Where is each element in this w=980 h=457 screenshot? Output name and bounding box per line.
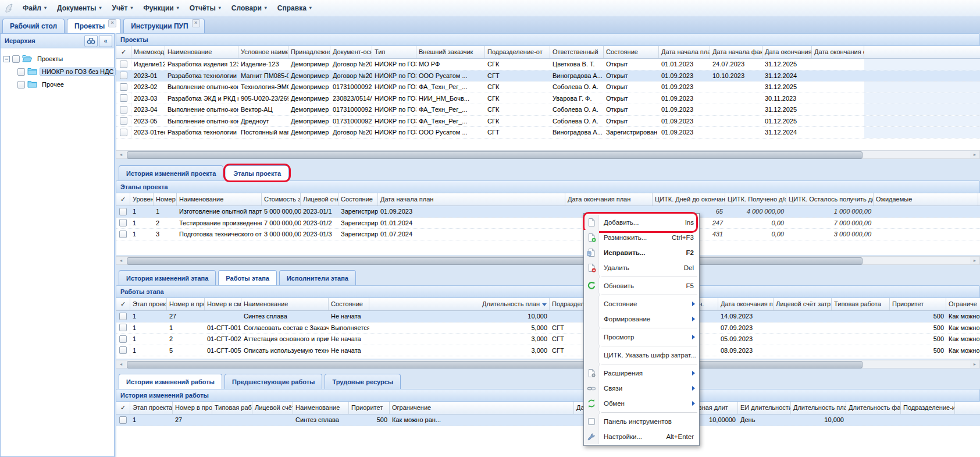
find-button[interactable] <box>84 35 98 47</box>
row-checkbox[interactable] <box>119 335 127 343</box>
column-header[interactable]: Лицевой счёт затрат. <box>301 193 338 206</box>
column-header[interactable]: Условное наименова <box>238 46 288 58</box>
table-row[interactable]: 2023-05Выполнение опытно-конс...Дредноут… <box>116 116 980 127</box>
table-row[interactable]: 1201-СГТ-002Аттестация основного и приме… <box>116 334 980 345</box>
tree-item[interactable]: Прочее <box>1 78 114 91</box>
menu-item-1[interactable]: Размножить...Ctrl+F3 <box>584 230 699 245</box>
horizontal-scrollbar[interactable]: ◄► <box>116 256 980 265</box>
menu-item-10[interactable]: Просмотр <box>584 330 699 345</box>
menubar-item-0[interactable]: Файл▾ <box>17 2 52 15</box>
row-checkbox[interactable] <box>120 61 127 68</box>
menubar-item-2[interactable]: Учёт▾ <box>106 2 138 15</box>
tree-item[interactable]: Проекты <box>1 52 114 65</box>
menu-item-16[interactable]: Обмен <box>584 396 699 411</box>
column-header[interactable]: Тип <box>372 46 416 58</box>
select-column-header[interactable]: ✓ <box>116 402 130 414</box>
main-tab-2[interactable]: Инструкции ПУП× <box>123 19 204 33</box>
column-header[interactable]: Номер в проекте <box>173 402 212 414</box>
column-header[interactable]: Дата окончания план <box>718 298 774 310</box>
scrollbar-thumb[interactable] <box>127 361 863 369</box>
menu-item-0[interactable]: Добавить...Ins <box>584 215 699 230</box>
scroll-left-button[interactable]: ◄ <box>116 360 126 368</box>
tree-checkbox[interactable] <box>17 81 25 88</box>
tab-close-icon[interactable]: × <box>192 19 200 27</box>
menubar-item-1[interactable]: Документы▾ <box>52 2 107 15</box>
main-tab-1[interactable]: Проекты× <box>67 19 121 33</box>
column-header[interactable]: Приоритет <box>349 402 390 414</box>
column-header[interactable]: Состояние <box>604 46 659 58</box>
menu-item-18[interactable]: Панель инструментов <box>584 414 699 429</box>
table-row[interactable]: 2023-01Разработка технологии и...Магнит … <box>116 70 980 82</box>
select-column-header[interactable]: ✓ <box>116 298 130 310</box>
column-header[interactable]: Ответственный <box>550 46 604 58</box>
column-header[interactable]: Наименование <box>293 402 349 414</box>
scroll-right-button[interactable]: ► <box>970 360 979 368</box>
column-header[interactable]: Длительность фак <box>846 402 901 414</box>
column-header[interactable]: Стоимость этапа <box>262 193 301 206</box>
tree-expander-icon[interactable] <box>3 56 10 62</box>
table-row[interactable]: Изделие123Разработка изделия 123Изделие-… <box>116 59 980 70</box>
table-row[interactable]: 2023-01тестРазработка технологии и...Пос… <box>116 127 980 139</box>
scroll-left-button[interactable]: ◄ <box>116 257 126 264</box>
scroll-right-button[interactable]: ► <box>970 257 979 264</box>
tree-checkbox[interactable] <box>17 68 25 76</box>
column-header[interactable]: Лицевой счёт затр <box>774 298 832 310</box>
column-header[interactable]: Длительность пла <box>791 402 846 414</box>
stage-subtab-0[interactable]: История изменений этапа <box>119 270 216 285</box>
table-row[interactable]: 1501-СГТ-005Описать используемую техноло… <box>116 345 980 357</box>
column-header[interactable]: Ограничение <box>390 402 574 414</box>
column-header[interactable]: Уровень <box>130 193 154 206</box>
column-header[interactable]: Приоритет <box>890 298 946 310</box>
column-header[interactable]: Дата начала факт. <box>710 46 762 58</box>
column-header[interactable]: Номер в проекте <box>167 298 205 310</box>
menu-item-19[interactable]: Настройки...Alt+Enter <box>584 429 699 444</box>
tab-close-icon[interactable]: × <box>108 19 116 27</box>
row-checkbox[interactable] <box>119 219 127 226</box>
row-checkbox[interactable] <box>120 129 127 136</box>
column-header[interactable]: Типовая работа <box>832 298 890 310</box>
tree-item[interactable]: НИОКР по ГОЗ без НДС <box>1 65 114 78</box>
menu-item-14[interactable]: Расширения <box>584 366 699 381</box>
horizontal-scrollbar[interactable]: ◄► <box>116 150 980 159</box>
column-header[interactable]: Типовая работа <box>212 402 252 414</box>
column-header[interactable]: Дата окончания план <box>565 193 653 206</box>
column-header[interactable]: Лицевой счёт затр <box>252 402 293 414</box>
table-row[interactable]: 13Подготовка технического отчета с ...3 … <box>116 229 980 240</box>
column-header[interactable]: Состояние <box>338 193 378 206</box>
menubar-item-5[interactable]: Словари▾ <box>226 2 272 15</box>
column-header[interactable]: Внешний заказчик <box>416 46 485 58</box>
column-header[interactable]: Документ-основан <box>330 46 372 58</box>
column-header[interactable]: Ожидаемые <box>874 193 978 206</box>
row-checkbox[interactable] <box>119 324 127 331</box>
column-header[interactable]: Дата начала план <box>378 193 565 206</box>
column-header[interactable]: Мнемокод <box>131 46 165 58</box>
collapse-panel-button[interactable]: « <box>99 35 112 47</box>
work-subtab-1[interactable]: Предшествующие работы <box>224 374 322 389</box>
table-row[interactable]: 2023-03Разработка ЭКД и РКД н...905-U020… <box>116 93 980 105</box>
column-header[interactable]: ЦИТК. Осталось получить д/с <box>786 193 874 206</box>
row-checkbox[interactable] <box>119 208 127 215</box>
select-column-header[interactable]: ✓ <box>116 46 131 58</box>
column-header[interactable]: ЦИТК. Дней до окончания <box>653 193 725 206</box>
column-header[interactable]: Состояние <box>329 298 369 310</box>
column-header[interactable]: Наименование <box>165 46 238 58</box>
horizontal-scrollbar[interactable]: ◄► <box>116 360 980 369</box>
scrollbar-thumb[interactable] <box>127 151 863 159</box>
table-row[interactable]: 127Синтез сплаваНе начата10,00014.09.202… <box>116 311 980 323</box>
scroll-left-button[interactable]: ◄ <box>116 151 126 158</box>
column-header[interactable]: Дата начала план. <box>659 46 710 58</box>
menubar-item-4[interactable]: Отчёты▾ <box>184 2 226 15</box>
menu-item-12[interactable]: ЦИТК. Указать шифр затрат... <box>584 348 699 363</box>
row-checkbox[interactable] <box>119 231 127 238</box>
column-header[interactable]: Принадлежность <box>288 46 330 58</box>
menubar-item-6[interactable]: Справка▾ <box>272 2 317 15</box>
column-header[interactable]: Этап проекта <box>130 402 173 414</box>
menu-item-8[interactable]: Формирование <box>584 311 699 327</box>
table-row[interactable]: 2023-04Выполнение опытно-конс...Вектор-А… <box>116 104 980 116</box>
column-header[interactable]: Длительность план <box>369 298 550 310</box>
column-header[interactable]: Этап проекта <box>130 298 167 310</box>
menu-item-5[interactable]: ОбновитьF5 <box>584 278 699 293</box>
menu-item-3[interactable]: УдалитьDel <box>584 260 699 275</box>
column-header[interactable]: Дата окончания пл <box>762 46 812 58</box>
tree-checkbox[interactable] <box>12 55 20 63</box>
